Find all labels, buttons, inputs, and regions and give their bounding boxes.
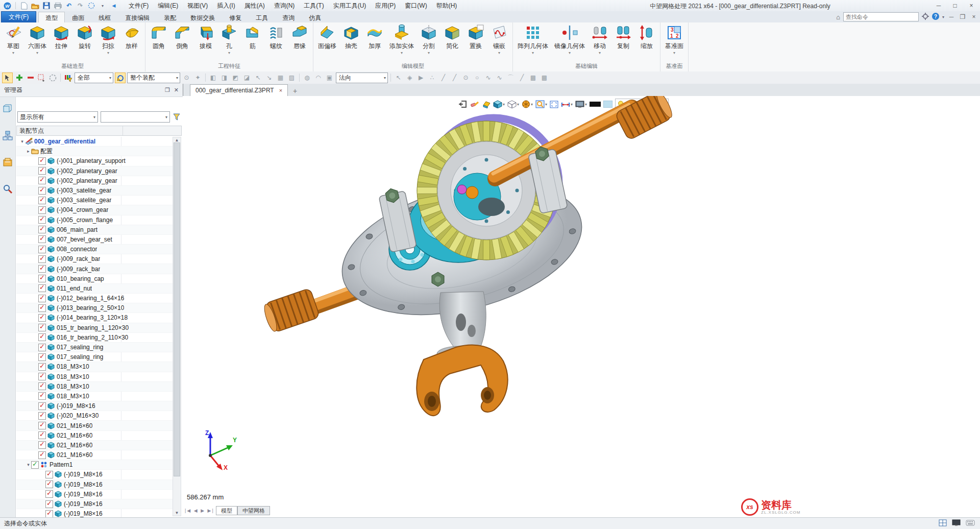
find-tab-icon[interactable] bbox=[3, 184, 13, 196]
ribbon-tab-6[interactable]: 修复 bbox=[222, 12, 249, 22]
menu-item-0[interactable]: 文件(F) bbox=[124, 1, 153, 11]
mirror-button[interactable]: 镜像几何体▾ bbox=[551, 22, 588, 61]
tree-checkbox[interactable]: ✓ bbox=[38, 177, 46, 184]
tree-row-19[interactable]: ✓015_tr_bearing_1_120×30 bbox=[16, 323, 173, 333]
ribbon-tab-3[interactable]: 直接编辑 bbox=[118, 12, 157, 22]
tree-row-13[interactable]: ✓(-)009_rack_bar bbox=[16, 264, 173, 274]
minimize-button[interactable]: ─ bbox=[933, 2, 944, 9]
tree-filter-funnel-icon[interactable] bbox=[173, 113, 181, 123]
tree-checkbox[interactable]: ✓ bbox=[38, 324, 46, 331]
snap-spline-icon[interactable]: ∿ bbox=[495, 73, 504, 83]
tree-row-30[interactable]: ✓021_M16×60 bbox=[16, 431, 173, 441]
solid-box-icon[interactable]: ▣ bbox=[325, 73, 334, 83]
tree-checkbox[interactable]: ✓ bbox=[38, 422, 46, 429]
tree-row-0[interactable]: ▾000_gear_differential bbox=[16, 137, 173, 147]
cap-icon[interactable]: ◠ bbox=[313, 73, 323, 83]
panel-float-icon[interactable]: ❐ bbox=[165, 87, 170, 93]
scope-combo[interactable]: 整个装配▾ bbox=[127, 73, 180, 83]
image-b-icon[interactable]: ▨ bbox=[287, 73, 297, 83]
ribbon-tab-2[interactable]: 线框 bbox=[91, 12, 118, 22]
box-button[interactable]: 六面体▾ bbox=[25, 22, 50, 61]
tree-checkbox[interactable]: ✓ bbox=[45, 490, 53, 498]
move-button[interactable]: 移动▾ bbox=[588, 22, 611, 61]
fillet-button[interactable]: 圆角 bbox=[147, 22, 170, 61]
visual-manager-tab-icon[interactable] bbox=[3, 104, 13, 116]
tree-row-22[interactable]: ✓017_sealing_ring bbox=[16, 352, 173, 362]
tree-checkbox[interactable]: ✓ bbox=[38, 246, 46, 253]
snap-points-icon[interactable]: ∴ bbox=[427, 73, 437, 83]
tree-row-21[interactable]: ✓017_sealing_ring bbox=[16, 343, 173, 352]
sketch-button[interactable]: 草图▾ bbox=[2, 22, 25, 61]
show-filter-combo[interactable]: 显示所有▾ bbox=[17, 111, 98, 123]
menu-item-10[interactable]: 帮助(H) bbox=[432, 1, 462, 11]
snap-circle-icon[interactable]: ○ bbox=[472, 73, 482, 83]
offset-button[interactable]: 面偏移 bbox=[315, 22, 339, 61]
status-grid-icon[interactable] bbox=[939, 519, 947, 528]
maximize-button[interactable]: □ bbox=[949, 2, 961, 9]
emboss-button[interactable]: 镶嵌▾ bbox=[487, 22, 511, 61]
tree-checkbox[interactable]: ✓ bbox=[45, 500, 53, 508]
burst-icon[interactable]: ✦ bbox=[193, 73, 203, 83]
tree-row-20[interactable]: ✓016_tr_bearing_2_110×30 bbox=[16, 333, 173, 343]
snap-gear-icon[interactable]: ◈ bbox=[405, 73, 414, 83]
regen-icon[interactable] bbox=[115, 73, 126, 83]
tree-scrollbar[interactable]: ▲ ▼ bbox=[173, 137, 181, 516]
settings-gear-icon[interactable] bbox=[922, 13, 929, 21]
menu-item-3[interactable]: 插入(I) bbox=[212, 1, 239, 11]
tree-checkbox[interactable]: ✓ bbox=[38, 206, 46, 214]
status-display-icon[interactable] bbox=[952, 519, 961, 528]
tree-checkbox[interactable]: ✓ bbox=[38, 226, 46, 233]
thread-button[interactable]: 螺纹 bbox=[264, 22, 288, 61]
tree-row-9[interactable]: ✓006_main_part bbox=[16, 225, 173, 235]
doc-minimize-button[interactable]: ─ bbox=[947, 13, 955, 20]
tree-checkbox[interactable]: ✓ bbox=[45, 471, 53, 478]
tree-checkbox[interactable]: ✓ bbox=[38, 382, 46, 390]
add-selection-icon[interactable] bbox=[14, 73, 24, 83]
tree-row-16[interactable]: ✓(-)012_bearing_1_64×16 bbox=[16, 294, 173, 303]
revolve-button[interactable]: 旋转 bbox=[73, 22, 96, 61]
cursor-b-icon[interactable]: ↘ bbox=[264, 73, 274, 83]
tree-row-18[interactable]: ✓(-)014_bearing_3_120×18 bbox=[16, 313, 173, 323]
tree-checkbox[interactable]: ✓ bbox=[38, 392, 46, 400]
tree-row-29[interactable]: ✓021_M16×60 bbox=[16, 421, 173, 430]
open-file-icon[interactable] bbox=[31, 2, 39, 10]
tree-row-17[interactable]: ✓(-)013_bearing_2_50×10 bbox=[16, 303, 173, 313]
copy-button[interactable]: 复制 bbox=[611, 22, 635, 61]
ribbon-tab-1[interactable]: 曲面 bbox=[65, 12, 91, 22]
document-tab[interactable]: 000_gear_differential.Z3PRT × bbox=[190, 84, 288, 96]
document-tab-close-icon[interactable]: × bbox=[279, 87, 282, 93]
filter-icon[interactable] bbox=[63, 73, 73, 83]
datum-button[interactable]: 312基准面▾ bbox=[662, 22, 687, 61]
hole-button[interactable]: 孔▾ bbox=[217, 22, 241, 61]
tree-checkbox[interactable]: ✓ bbox=[38, 216, 46, 224]
history-manager-tab-icon[interactable] bbox=[3, 157, 13, 170]
tree-row-4[interactable]: ✓(-)002_planetary_gear bbox=[16, 176, 173, 186]
redo-icon[interactable]: ↷ bbox=[76, 2, 84, 10]
simplify-button[interactable]: 简化 bbox=[440, 22, 464, 61]
tree-checkbox[interactable]: ✓ bbox=[38, 284, 46, 292]
tree-row-37[interactable]: ✓(-)019_M8×16 bbox=[16, 499, 173, 509]
chamfer-button[interactable]: 倒角 bbox=[170, 22, 194, 61]
file-menu-button[interactable]: 文件(F) bbox=[1, 11, 36, 22]
loft-button[interactable]: 放样 bbox=[120, 22, 143, 61]
thicken-button[interactable]: 加厚 bbox=[363, 22, 386, 61]
new-file-icon[interactable] bbox=[20, 2, 28, 10]
gear-differential-model[interactable] bbox=[183, 96, 980, 517]
tree-row-33[interactable]: ▾✓Pattern1 bbox=[16, 460, 173, 470]
help-dropdown-icon[interactable]: ▾ bbox=[942, 15, 944, 19]
tree-row-14[interactable]: ✓010_bearing_cap bbox=[16, 274, 173, 284]
tree-checkbox[interactable]: ✓ bbox=[38, 304, 46, 312]
snap-face2-icon[interactable]: ▩ bbox=[540, 73, 549, 83]
menu-item-8[interactable]: 应用(P) bbox=[371, 1, 400, 11]
pattern-button[interactable]: 阵列几何体▾ bbox=[514, 22, 551, 61]
normal-circle-icon[interactable]: ◍ bbox=[302, 73, 312, 83]
tree-expand-icon[interactable]: ▾ bbox=[19, 139, 25, 144]
new-tab-button[interactable]: + bbox=[293, 87, 297, 96]
sheet-nav-arrows[interactable]: |◀ ◀ ▶ ▶| bbox=[185, 508, 214, 513]
tree-checkbox[interactable]: ✓ bbox=[38, 275, 46, 282]
tree-checkbox[interactable]: ✓ bbox=[38, 197, 46, 204]
tree-row-2[interactable]: ✓(-)001_planetary_support bbox=[16, 156, 173, 166]
cursor-a-icon[interactable]: ↖ bbox=[253, 73, 263, 83]
extrude-button[interactable]: 拉伸 bbox=[50, 22, 73, 61]
filter-list-combo[interactable]: 全部▾ bbox=[75, 73, 113, 83]
